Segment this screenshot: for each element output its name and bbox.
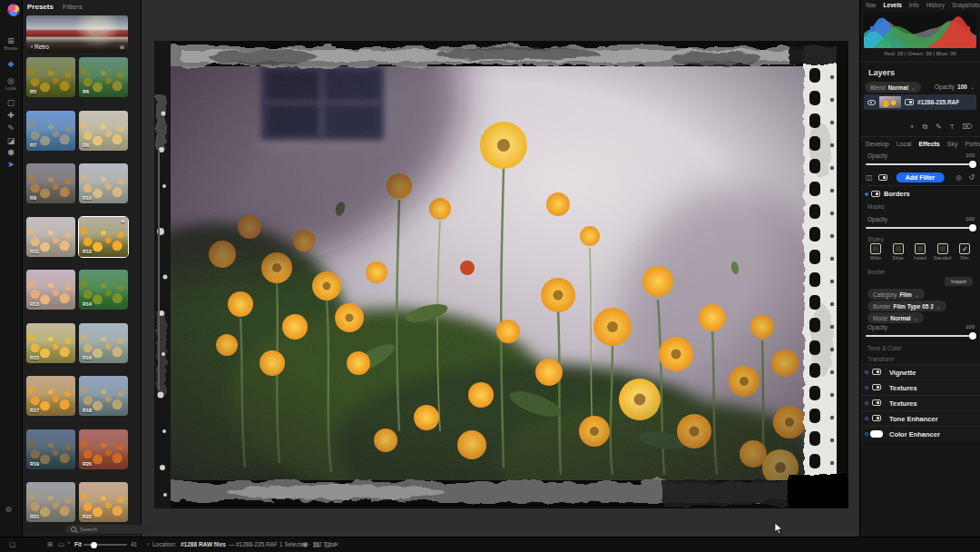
delete-layer-button[interactable]: ⌦ — [963, 123, 973, 132]
border-type-dropdown[interactable]: Border Film Type 05 2 ⌄ — [867, 301, 946, 311]
toggle-on-icon[interactable] — [870, 430, 883, 438]
highlight-clipping-icon[interactable] — [965, 26, 970, 32]
preset-R13[interactable]: R13 — [26, 270, 75, 310]
view-options-chevron[interactable]: ˅ — [335, 540, 338, 548]
border-opacity-slider[interactable] — [866, 335, 975, 337]
tab-levels[interactable]: Levels — [884, 2, 902, 8]
filter-enable-dot[interactable] — [865, 401, 868, 405]
preset-R22[interactable]: R22 — [79, 482, 128, 522]
filter-row-textures[interactable]: Textures — [860, 380, 980, 395]
preset-R11[interactable]: R11 — [26, 217, 75, 257]
layer-visibility-icon[interactable] — [867, 100, 876, 105]
grid-view-icon[interactable]: ⊞ — [47, 540, 53, 548]
text-tool-button[interactable]: T — [950, 123, 955, 132]
preset-R10[interactable]: R10 — [79, 163, 128, 203]
preset-R16[interactable]: R16 — [79, 323, 128, 363]
tab-local[interactable]: Local — [897, 141, 912, 147]
import-border-button[interactable]: Import — [945, 277, 973, 286]
tool-brush[interactable]: ✎ — [0, 123, 22, 133]
preset-R6[interactable]: R6 — [79, 57, 128, 97]
add-filter-button[interactable]: Add Filter — [897, 172, 945, 182]
shadow-clipping-icon[interactable] — [870, 26, 876, 32]
presets-scrollbar[interactable] — [158, 150, 160, 390]
tone-color-section[interactable]: Tone & Color — [867, 345, 902, 351]
filter-enable-dot[interactable] — [865, 370, 868, 374]
tab-portrait[interactable]: Portrait — [965, 141, 980, 147]
tab-effects[interactable]: Effects — [918, 141, 939, 147]
border-style-film[interactable]: Film — [955, 243, 975, 261]
settings-icon[interactable]: ◎ — [956, 173, 962, 182]
border-mode-dropdown[interactable]: Mode Normal ⌄ — [867, 312, 924, 323]
border-category-dropdown[interactable]: Category Film ⌄ — [867, 289, 925, 300]
filter-row-textures[interactable]: Textures — [860, 395, 980, 410]
layer-row[interactable]: #1288-235.RAF — [864, 94, 976, 110]
blend-mode-dropdown[interactable]: Blend Normal ⌄ — [865, 82, 921, 93]
filter-label: Textures — [889, 399, 917, 408]
single-view-icon[interactable]: ▭ — [58, 540, 64, 548]
filter-enable-dot[interactable] — [865, 386, 868, 389]
borders-masks-label[interactable]: Masks — [867, 203, 885, 210]
tab-info[interactable]: Info — [909, 2, 919, 8]
tab-history[interactable]: History — [926, 2, 945, 8]
preset-R9[interactable]: R9 — [26, 163, 75, 203]
filter-row-vignette[interactable]: Vignette — [860, 364, 980, 380]
borders-filter-title[interactable]: Borders — [884, 190, 910, 198]
tool-looks[interactable]: ◎Looks — [0, 76, 22, 91]
thumbnail-size-slider[interactable] — [83, 544, 127, 546]
brush-tool-button[interactable]: ✎ — [936, 123, 942, 132]
preset-R17[interactable]: R17 — [26, 376, 75, 416]
border-style-stripe[interactable]: Stripe — [888, 243, 908, 261]
compare-view-icon[interactable]: ▤ — [313, 540, 319, 548]
preset-R5[interactable]: R5 — [26, 57, 75, 97]
filter-row-color-enhancer[interactable]: Color Enhancer — [860, 426, 980, 441]
view-chevron-icon[interactable]: ˅ — [67, 540, 71, 546]
tool-crop[interactable]: ▢ — [0, 98, 22, 107]
tool-app-logo[interactable] — [0, 4, 22, 16]
tool-settings[interactable]: ✱ — [0, 148, 22, 157]
panel-toggle-icon[interactable]: ▢ — [9, 540, 15, 548]
preset-R7[interactable]: R7 — [26, 111, 75, 151]
tool-move[interactable]: ✚ — [0, 111, 22, 120]
preset-R19[interactable]: R19 — [26, 429, 75, 469]
histogram[interactable] — [864, 12, 976, 48]
preset-R15[interactable]: R15 — [26, 323, 75, 363]
preset-R14[interactable]: R14 — [79, 270, 128, 310]
filter-enable-dot[interactable] — [865, 417, 868, 420]
preset-R20[interactable]: R20 — [79, 429, 128, 469]
tool-select[interactable]: ➤ — [0, 160, 22, 169]
borders-opacity-slider[interactable] — [866, 227, 975, 229]
transform-section[interactable]: Transform — [867, 356, 894, 362]
tab-develop[interactable]: Develop — [866, 141, 889, 147]
stamp-tool-button[interactable]: ⧉ — [922, 123, 927, 132]
filter-enable-dot[interactable] — [865, 432, 868, 436]
search-input[interactable]: Search — [65, 525, 151, 534]
add-layer-button[interactable]: + — [910, 123, 915, 132]
tab-nav[interactable]: Nav — [866, 2, 877, 8]
border-style-instant[interactable]: Instant — [910, 243, 930, 261]
film-icon[interactable] — [878, 174, 887, 181]
preset-R12[interactable]: R12♥ — [79, 217, 128, 257]
preset-R8[interactable]: R8 — [79, 111, 128, 151]
tool-browse[interactable]: ⊞Browse — [0, 36, 22, 51]
preset-R21[interactable]: R21 — [26, 482, 75, 522]
layer-opacity-dropdown[interactable]: Opacity 100 ⌄ — [935, 84, 975, 90]
back-chevron[interactable]: ‹ — [147, 541, 149, 547]
tab-sky[interactable]: Sky — [947, 141, 958, 147]
location-name[interactable]: #1288 RAW files — [181, 541, 226, 547]
effects-opacity-slider[interactable] — [866, 163, 975, 165]
filter-row-tone-enhancer[interactable]: Tone Enhancer — [860, 410, 980, 426]
border-style-standard[interactable]: Standard — [933, 243, 953, 261]
preset-R18[interactable]: R18 — [79, 376, 128, 416]
single-image-icon[interactable]: ▢ — [324, 540, 330, 548]
tool-edit[interactable]: ❖ — [0, 60, 22, 69]
border-style-white[interactable]: White — [866, 243, 886, 261]
canvas[interactable] — [142, 0, 860, 537]
zoom-mode-label[interactable]: Fit — [74, 541, 82, 547]
borders-filter-dot[interactable] — [865, 192, 868, 196]
tab-snapshots[interactable]: Snapshots — [952, 2, 980, 8]
preview-toggle-icon[interactable]: ◉ — [302, 540, 309, 548]
tool-erase[interactable]: ◪ — [0, 136, 22, 145]
mask-icon[interactable]: ◫ — [866, 173, 873, 182]
reset-icon[interactable]: ↺ — [968, 173, 975, 182]
notification-icon[interactable]: ◍ — [5, 505, 12, 513]
